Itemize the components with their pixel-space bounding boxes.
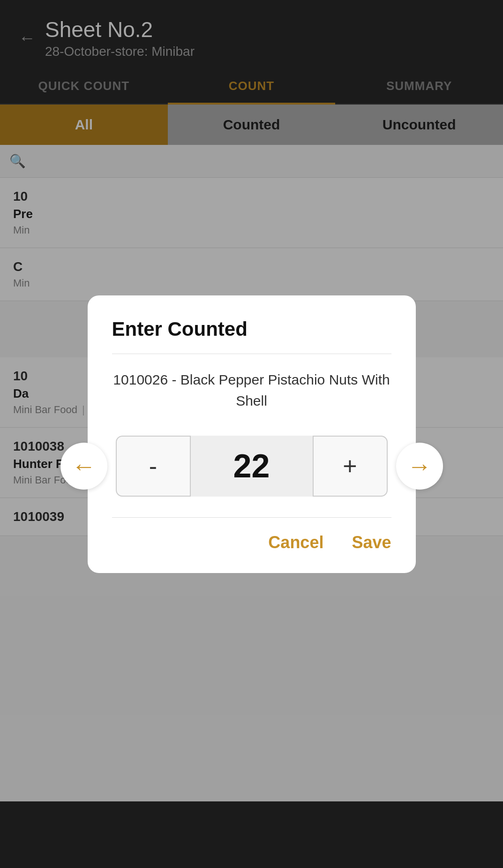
modal-divider bbox=[112, 354, 391, 354]
next-arrow-icon: → bbox=[407, 452, 432, 480]
prev-item-button[interactable]: ← bbox=[60, 443, 107, 490]
modal-dialog: Enter Counted 1010026 - Black Pepper Pis… bbox=[88, 295, 416, 573]
counter-row: ← - 22 + → bbox=[112, 436, 391, 497]
modal-item-name: 1010026 - Black Pepper Pistachio Nuts Wi… bbox=[112, 369, 391, 411]
modal-actions: Cancel Save bbox=[112, 533, 391, 552]
counter-value[interactable]: 22 bbox=[191, 436, 313, 497]
modal-divider2 bbox=[112, 517, 391, 518]
modal-overlay: Enter Counted 1010026 - Black Pepper Pis… bbox=[0, 0, 503, 868]
increment-button[interactable]: + bbox=[313, 436, 388, 497]
save-button[interactable]: Save bbox=[352, 533, 391, 552]
cancel-button[interactable]: Cancel bbox=[268, 533, 323, 552]
prev-arrow-icon: ← bbox=[72, 452, 96, 480]
decrement-button[interactable]: - bbox=[116, 436, 191, 497]
modal-title: Enter Counted bbox=[112, 318, 391, 340]
next-item-button[interactable]: → bbox=[396, 443, 443, 490]
